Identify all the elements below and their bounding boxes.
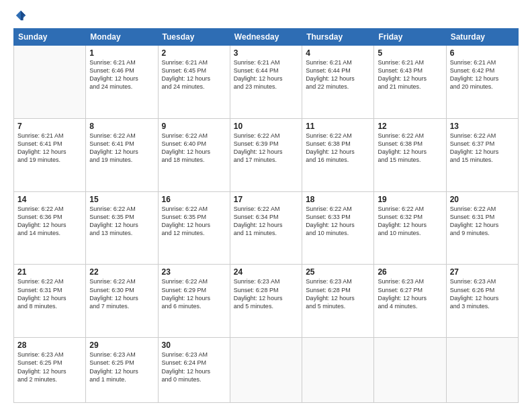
- day-info: Sunrise: 6:23 AM Sunset: 6:26 PM Dayligh…: [450, 277, 515, 310]
- calendar-header-wednesday: Wednesday: [230, 29, 302, 46]
- day-number: 26: [378, 267, 442, 277]
- day-number: 7: [17, 122, 82, 131]
- calendar-cell: 7Sunrise: 6:21 AM Sunset: 6:41 PM Daylig…: [14, 118, 86, 191]
- calendar-header-saturday: Saturday: [446, 29, 518, 46]
- calendar-header-friday: Friday: [374, 29, 446, 46]
- calendar-week-row: 14Sunrise: 6:22 AM Sunset: 6:36 PM Dayli…: [14, 191, 519, 265]
- calendar-cell: 6Sunrise: 6:21 AM Sunset: 6:42 PM Daylig…: [446, 46, 518, 119]
- calendar-header-sunday: Sunday: [14, 29, 86, 46]
- day-number: 6: [450, 48, 515, 58]
- day-info: Sunrise: 6:21 AM Sunset: 6:41 PM Dayligh…: [17, 132, 82, 165]
- day-number: 16: [162, 195, 226, 204]
- header: [13, 11, 519, 21]
- page: SundayMondayTuesdayWednesdayThursdayFrid…: [0, 0, 532, 411]
- day-info: Sunrise: 6:23 AM Sunset: 6:27 PM Dayligh…: [378, 277, 442, 310]
- day-info: Sunrise: 6:22 AM Sunset: 6:34 PM Dayligh…: [234, 205, 298, 238]
- day-number: 14: [17, 195, 82, 204]
- calendar-cell: 2Sunrise: 6:21 AM Sunset: 6:45 PM Daylig…: [158, 46, 230, 119]
- day-info: Sunrise: 6:22 AM Sunset: 6:35 PM Dayligh…: [162, 205, 226, 238]
- day-number: 8: [89, 122, 154, 131]
- day-number: 4: [306, 48, 370, 58]
- calendar-cell: 27Sunrise: 6:23 AM Sunset: 6:26 PM Dayli…: [446, 265, 518, 338]
- day-info: Sunrise: 6:22 AM Sunset: 6:33 PM Dayligh…: [306, 205, 370, 238]
- day-number: 27: [450, 267, 515, 277]
- calendar-cell: 26Sunrise: 6:23 AM Sunset: 6:27 PM Dayli…: [374, 265, 446, 338]
- calendar-cell: [230, 338, 302, 403]
- svg-marker-1: [21, 11, 26, 20]
- day-info: Sunrise: 6:23 AM Sunset: 6:28 PM Dayligh…: [306, 277, 370, 310]
- calendar-cell: 10Sunrise: 6:22 AM Sunset: 6:39 PM Dayli…: [230, 118, 302, 191]
- day-number: 30: [162, 340, 226, 350]
- logo: [13, 11, 27, 21]
- day-number: 10: [234, 122, 298, 131]
- calendar-cell: 16Sunrise: 6:22 AM Sunset: 6:35 PM Dayli…: [158, 191, 230, 265]
- day-info: Sunrise: 6:22 AM Sunset: 6:39 PM Dayligh…: [234, 132, 298, 165]
- day-info: Sunrise: 6:23 AM Sunset: 6:25 PM Dayligh…: [89, 351, 154, 383]
- day-number: 5: [378, 48, 442, 58]
- day-number: 3: [234, 48, 298, 58]
- day-number: 28: [17, 340, 82, 350]
- day-info: Sunrise: 6:23 AM Sunset: 6:24 PM Dayligh…: [162, 351, 226, 383]
- day-number: 25: [306, 267, 370, 277]
- day-number: 22: [89, 267, 154, 277]
- calendar-table: SundayMondayTuesdayWednesdayThursdayFrid…: [13, 28, 519, 403]
- day-info: Sunrise: 6:22 AM Sunset: 6:36 PM Dayligh…: [17, 205, 82, 238]
- calendar-cell: 12Sunrise: 6:22 AM Sunset: 6:38 PM Dayli…: [374, 118, 446, 191]
- day-info: Sunrise: 6:21 AM Sunset: 6:44 PM Dayligh…: [234, 58, 298, 91]
- day-number: 12: [378, 122, 442, 131]
- day-info: Sunrise: 6:21 AM Sunset: 6:43 PM Dayligh…: [378, 58, 442, 91]
- calendar-week-row: 28Sunrise: 6:23 AM Sunset: 6:25 PM Dayli…: [14, 338, 519, 403]
- calendar-header-monday: Monday: [86, 29, 158, 46]
- calendar-cell: 21Sunrise: 6:22 AM Sunset: 6:31 PM Dayli…: [14, 265, 86, 338]
- calendar-cell: 18Sunrise: 6:22 AM Sunset: 6:33 PM Dayli…: [302, 191, 374, 265]
- calendar-header-row: SundayMondayTuesdayWednesdayThursdayFrid…: [14, 29, 519, 46]
- day-number: 19: [378, 195, 442, 204]
- calendar-cell: 14Sunrise: 6:22 AM Sunset: 6:36 PM Dayli…: [14, 191, 86, 265]
- calendar-cell: [374, 338, 446, 403]
- day-number: 21: [17, 267, 82, 277]
- calendar-week-row: 7Sunrise: 6:21 AM Sunset: 6:41 PM Daylig…: [14, 118, 519, 191]
- calendar-cell: [446, 338, 518, 403]
- day-info: Sunrise: 6:22 AM Sunset: 6:40 PM Dayligh…: [162, 132, 226, 165]
- calendar-header-tuesday: Tuesday: [158, 29, 230, 46]
- calendar-cell: 22Sunrise: 6:22 AM Sunset: 6:30 PM Dayli…: [86, 265, 158, 338]
- day-number: 24: [234, 267, 298, 277]
- day-info: Sunrise: 6:22 AM Sunset: 6:41 PM Dayligh…: [89, 132, 154, 165]
- day-info: Sunrise: 6:21 AM Sunset: 6:44 PM Dayligh…: [306, 58, 370, 91]
- day-number: 1: [89, 48, 154, 58]
- day-number: 13: [450, 122, 515, 131]
- calendar-cell: 24Sunrise: 6:23 AM Sunset: 6:28 PM Dayli…: [230, 265, 302, 338]
- day-number: 11: [306, 122, 370, 131]
- calendar-cell: 23Sunrise: 6:22 AM Sunset: 6:29 PM Dayli…: [158, 265, 230, 338]
- calendar-week-row: 1Sunrise: 6:21 AM Sunset: 6:46 PM Daylig…: [14, 46, 519, 119]
- calendar-cell: [302, 338, 374, 403]
- day-info: Sunrise: 6:23 AM Sunset: 6:28 PM Dayligh…: [234, 277, 298, 310]
- day-number: 9: [162, 122, 226, 131]
- day-number: 15: [89, 195, 154, 204]
- day-info: Sunrise: 6:22 AM Sunset: 6:31 PM Dayligh…: [17, 277, 82, 310]
- day-info: Sunrise: 6:22 AM Sunset: 6:30 PM Dayligh…: [89, 277, 154, 310]
- calendar-cell: 28Sunrise: 6:23 AM Sunset: 6:25 PM Dayli…: [14, 338, 86, 403]
- calendar-week-row: 21Sunrise: 6:22 AM Sunset: 6:31 PM Dayli…: [14, 265, 519, 338]
- day-number: 23: [162, 267, 226, 277]
- calendar-header-thursday: Thursday: [302, 29, 374, 46]
- calendar-cell: 9Sunrise: 6:22 AM Sunset: 6:40 PM Daylig…: [158, 118, 230, 191]
- calendar-cell: 8Sunrise: 6:22 AM Sunset: 6:41 PM Daylig…: [86, 118, 158, 191]
- day-info: Sunrise: 6:21 AM Sunset: 6:42 PM Dayligh…: [450, 58, 515, 91]
- calendar-cell: 5Sunrise: 6:21 AM Sunset: 6:43 PM Daylig…: [374, 46, 446, 119]
- day-info: Sunrise: 6:22 AM Sunset: 6:38 PM Dayligh…: [306, 132, 370, 165]
- day-number: 20: [450, 195, 515, 204]
- day-info: Sunrise: 6:22 AM Sunset: 6:37 PM Dayligh…: [450, 132, 515, 165]
- day-info: Sunrise: 6:22 AM Sunset: 6:31 PM Dayligh…: [450, 205, 515, 238]
- calendar-cell: 15Sunrise: 6:22 AM Sunset: 6:35 PM Dayli…: [86, 191, 158, 265]
- day-info: Sunrise: 6:23 AM Sunset: 6:25 PM Dayligh…: [17, 351, 82, 383]
- day-info: Sunrise: 6:22 AM Sunset: 6:35 PM Dayligh…: [89, 205, 154, 238]
- calendar-cell: 3Sunrise: 6:21 AM Sunset: 6:44 PM Daylig…: [230, 46, 302, 119]
- day-number: 18: [306, 195, 370, 204]
- calendar-cell: 30Sunrise: 6:23 AM Sunset: 6:24 PM Dayli…: [158, 338, 230, 403]
- calendar-cell: 25Sunrise: 6:23 AM Sunset: 6:28 PM Dayli…: [302, 265, 374, 338]
- calendar-cell: 17Sunrise: 6:22 AM Sunset: 6:34 PM Dayli…: [230, 191, 302, 265]
- day-info: Sunrise: 6:22 AM Sunset: 6:38 PM Dayligh…: [378, 132, 442, 165]
- day-number: 2: [162, 48, 226, 58]
- day-info: Sunrise: 6:21 AM Sunset: 6:45 PM Dayligh…: [162, 58, 226, 91]
